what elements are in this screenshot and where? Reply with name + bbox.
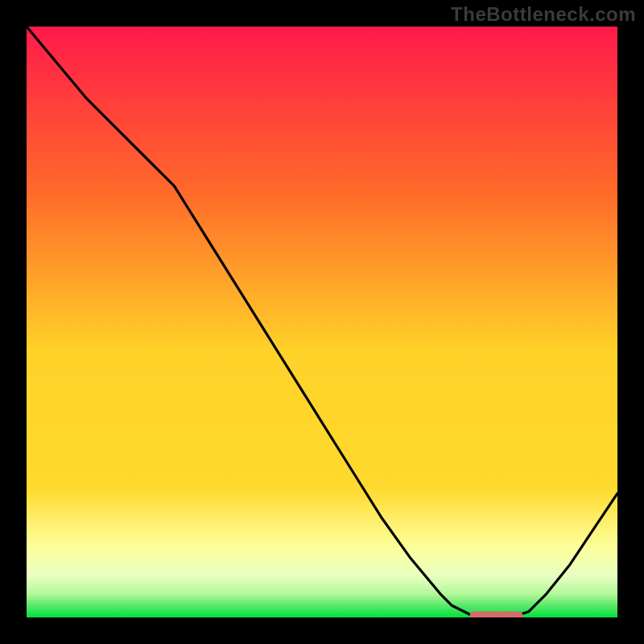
optimal-marker bbox=[470, 612, 523, 618]
watermark-text: TheBottleneck.com bbox=[451, 3, 636, 26]
plot-svg bbox=[27, 27, 617, 617]
plot-area bbox=[27, 27, 617, 617]
chart-stage: TheBottleneck.com bbox=[0, 0, 644, 644]
gradient-background bbox=[27, 27, 617, 617]
